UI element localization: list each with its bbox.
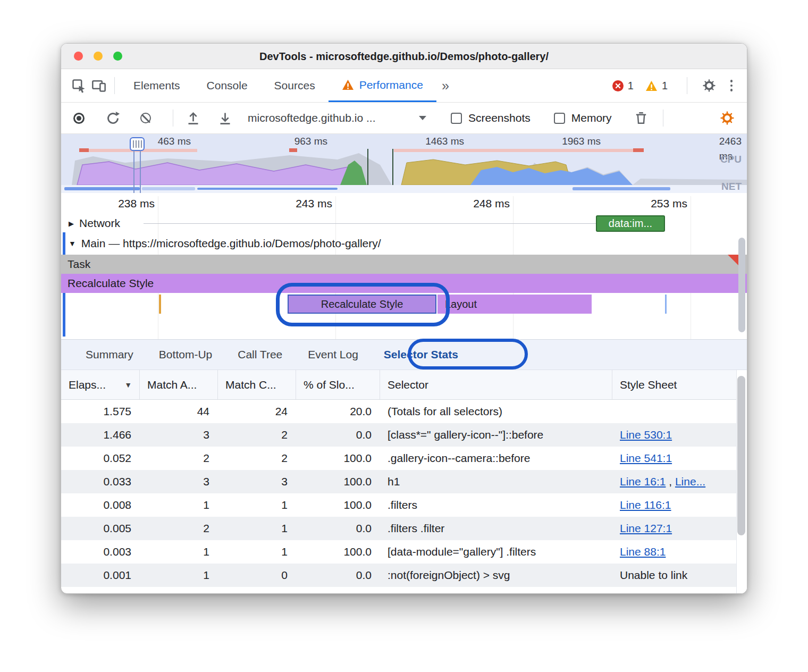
- selector-table-body: 1.575442420.0(Totals for all selectors)1…: [61, 400, 736, 587]
- layout-event-bar[interactable]: Layout: [437, 295, 592, 314]
- chevron-down-icon: [419, 116, 426, 120]
- memory-toggle[interactable]: Memory: [554, 112, 612, 124]
- column-header-elapsed[interactable]: Elaps... ▼: [61, 370, 140, 399]
- error-icon[interactable]: [612, 80, 624, 91]
- table-row[interactable]: 0.03333100.0h1Line 16:1 , Line...: [61, 470, 736, 493]
- style-sheet-link[interactable]: Line...: [675, 475, 705, 488]
- event-tick-orange[interactable]: [159, 295, 161, 314]
- cell-selector: [data-module="gallery"] .filters: [380, 540, 612, 564]
- style-sheet-link[interactable]: Line 530:1: [620, 429, 672, 441]
- table-scrollbar[interactable]: [737, 376, 745, 535]
- column-header-pct-slow[interactable]: % of Slo...: [296, 370, 380, 399]
- style-sheet-link[interactable]: Line 88:1: [620, 545, 666, 558]
- capture-settings-gear-icon[interactable]: [717, 108, 737, 128]
- screenshots-toggle[interactable]: Screenshots: [451, 112, 531, 124]
- tab-bottom-up[interactable]: Bottom-Up: [146, 339, 225, 370]
- network-overview-strip: [61, 185, 747, 193]
- column-header-match-attempts[interactable]: Match A...: [140, 370, 218, 399]
- cell-match-count: 1: [218, 517, 296, 540]
- cell-style-sheet: Line 16:1 , Line...: [612, 470, 736, 493]
- collect-garbage-icon[interactable]: [633, 110, 649, 126]
- flame-chart[interactable]: ▶ Network data:im... ▼ Main — https://mi…: [61, 214, 747, 339]
- cell-elapsed: 0.005: [61, 517, 140, 540]
- column-header-selector[interactable]: Selector: [380, 370, 612, 399]
- cell-match-count: 1: [218, 540, 296, 564]
- ruler-tick: 248 ms: [473, 193, 510, 214]
- long-task-indicator: [79, 148, 89, 152]
- cell-elapsed: 0.008: [61, 493, 140, 517]
- cell-pct-slow: 0.0: [296, 423, 380, 447]
- tab-summary[interactable]: Summary: [73, 339, 146, 370]
- cell-match-count: 0: [218, 564, 296, 587]
- table-row[interactable]: 1.575442420.0(Totals for all selectors): [61, 400, 736, 423]
- main-track-header[interactable]: ▼ Main — https://microsoftedge.github.io…: [61, 232, 747, 255]
- tab-performance[interactable]: Performance: [329, 69, 436, 102]
- table-row[interactable]: 1.466320.0[class*=" gallery-icon--"]::be…: [61, 423, 736, 447]
- style-sheet-link[interactable]: Line 16:1: [620, 475, 666, 488]
- selection-boundary-line[interactable]: [367, 149, 368, 185]
- selected-event-recalculate-style[interactable]: Recalculate Style: [288, 295, 436, 314]
- reload-and-record-icon[interactable]: [105, 110, 121, 126]
- expanded-triangle-icon[interactable]: ▼: [69, 239, 76, 248]
- table-row[interactable]: 0.005210.0.filters .filterLine 127:1: [61, 517, 736, 540]
- warning-icon[interactable]: [645, 80, 658, 91]
- kebab-menu-icon[interactable]: [723, 80, 739, 91]
- table-row[interactable]: 0.001100.0:not(foreignObject) > svgUnabl…: [61, 564, 736, 587]
- selection-drag-handle[interactable]: [130, 137, 145, 151]
- table-row[interactable]: 0.00311100.0[data-module="gallery"] .fil…: [61, 540, 736, 564]
- memory-checkbox[interactable]: [554, 113, 565, 124]
- column-header-match-count[interactable]: Match C...: [218, 370, 296, 399]
- tab-console[interactable]: Console: [193, 69, 261, 102]
- cell-match-attempts: 2: [140, 517, 218, 540]
- divider: [687, 77, 687, 94]
- ruler-tick: 253 ms: [651, 193, 687, 214]
- timeline-overview[interactable]: 463 ms 963 ms 1463 ms 1963 ms 2463 ms CP…: [61, 134, 747, 193]
- clear-icon[interactable]: [138, 110, 154, 126]
- settings-gear-icon[interactable]: [699, 75, 719, 96]
- performance-toolbar: microsoftedge.github.io ... Screenshots …: [61, 103, 747, 134]
- overview-tick: 463 ms: [158, 134, 191, 149]
- cell-selector: h1: [380, 470, 612, 493]
- record-icon[interactable]: [71, 110, 87, 126]
- ruler-tick: 238 ms: [118, 193, 155, 214]
- tab-call-tree[interactable]: Call Tree: [225, 339, 295, 370]
- long-task-indicator: [289, 148, 297, 152]
- cell-match-attempts: 1: [140, 564, 218, 587]
- recalculate-style-band[interactable]: Recalculate Style: [61, 274, 747, 293]
- tab-selector-stats[interactable]: Selector Stats: [371, 339, 471, 370]
- column-header-style-sheet[interactable]: Style Sheet: [612, 370, 736, 399]
- style-sheet-link[interactable]: Line 541:1: [620, 452, 672, 464]
- task-event-bar[interactable]: Task: [61, 255, 747, 274]
- devtools-window: DevTools - microsoftedge.github.io/Demos…: [61, 43, 747, 594]
- cell-match-attempts: 44: [140, 400, 218, 423]
- cell-match-count: 2: [218, 423, 296, 447]
- collapsed-triangle-icon[interactable]: ▶: [69, 220, 74, 228]
- profile-select[interactable]: microsoftedge.github.io ...: [248, 112, 426, 124]
- screenshots-checkbox[interactable]: [451, 113, 462, 124]
- selection-boundary-line[interactable]: [392, 149, 393, 185]
- download-profile-icon[interactable]: [217, 110, 233, 126]
- flame-chart-scrollbar[interactable]: [738, 238, 745, 332]
- cell-match-count: 1: [218, 493, 296, 517]
- style-sheet-link[interactable]: Line 116:1: [620, 499, 671, 511]
- tab-sources[interactable]: Sources: [261, 69, 329, 102]
- table-row[interactable]: 0.00811100.0.filtersLine 116:1: [61, 493, 736, 517]
- upload-profile-icon[interactable]: [185, 110, 201, 126]
- screenshots-label: Screenshots: [468, 112, 531, 124]
- more-tabs-icon[interactable]: »: [436, 78, 454, 94]
- warning-count[interactable]: 1: [662, 80, 668, 92]
- cell-selector: [class*=" gallery-icon--"]::before: [380, 423, 612, 447]
- tab-event-log[interactable]: Event Log: [295, 339, 371, 370]
- event-tick-blue[interactable]: [665, 295, 667, 314]
- inspect-element-icon[interactable]: [69, 75, 89, 96]
- cell-style-sheet: [612, 400, 736, 423]
- selection-handle-line[interactable]: [140, 150, 141, 193]
- selection-handle-line[interactable]: [133, 150, 134, 193]
- device-toolbar-icon[interactable]: [89, 75, 109, 96]
- long-task-indicator: [633, 148, 644, 152]
- error-count[interactable]: 1: [628, 80, 634, 92]
- tab-elements[interactable]: Elements: [120, 69, 193, 102]
- style-sheet-link[interactable]: Line 127:1: [620, 522, 672, 534]
- table-row[interactable]: 0.05222100.0.gallery-icon--camera::befor…: [61, 447, 736, 470]
- network-request-chip[interactable]: data:im...: [596, 215, 665, 232]
